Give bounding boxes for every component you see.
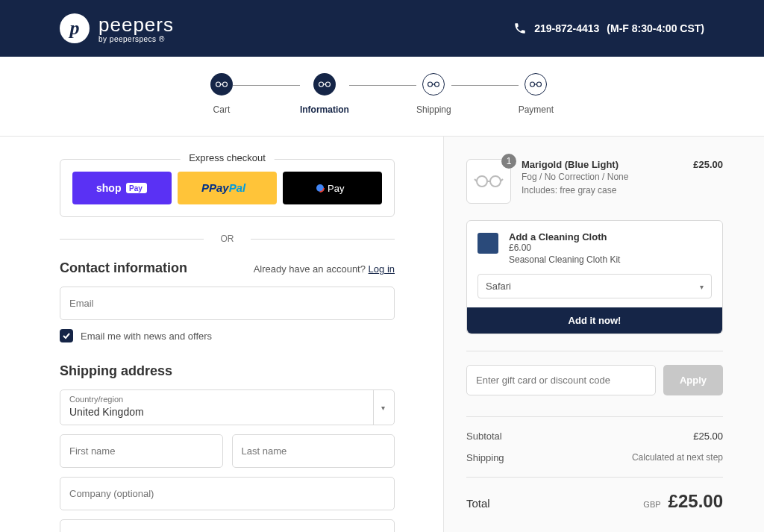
news-checkbox[interactable] [60, 329, 73, 342]
first-name-field[interactable] [60, 434, 223, 468]
svg-text:PPayPal: PPayPal [201, 181, 246, 194]
country-select[interactable]: Country/region United Kingdom ▾ [60, 389, 395, 425]
step-shipping: Shipping [416, 73, 451, 115]
svg-text:shop: shop [96, 182, 121, 194]
express-checkout: Express checkout shopPay PPayPal Pay [60, 159, 395, 217]
upsell-card: Add a Cleaning Cloth £6.00 Seasonal Clea… [466, 220, 723, 334]
step-label: Cart [213, 104, 231, 115]
company-field[interactable] [60, 477, 395, 510]
email-field[interactable] [60, 287, 395, 320]
google-pay-button[interactable]: Pay [283, 172, 382, 204]
total-row: Total GBP £25.00 [466, 491, 723, 512]
step-cart[interactable]: Cart [210, 73, 233, 115]
total-amount: £25.00 [668, 491, 723, 512]
connector [349, 85, 416, 86]
express-title: Express checkout [180, 152, 275, 163]
chevron-down-icon: ▾ [373, 390, 385, 425]
item-price: £25.00 [693, 159, 723, 170]
quantity-badge: 1 [501, 154, 516, 169]
step-label: Information [300, 104, 349, 115]
apply-button[interactable]: Apply [663, 365, 723, 395]
svg-point-1 [222, 82, 227, 87]
svg-text:Pay: Pay [328, 183, 345, 194]
cart-item: 1 Marigold (Blue Light) Fog / No Correct… [466, 159, 723, 204]
item-name: Marigold (Blue Light) [522, 159, 683, 170]
order-summary: 1 Marigold (Blue Light) Fog / No Correct… [443, 137, 764, 532]
checkout-form: Express checkout shopPay PPayPal Pay OR … [0, 137, 443, 532]
chevron-down-icon: ▾ [700, 282, 704, 290]
subtotal-row: Subtotal £25.00 [466, 431, 723, 442]
shipping-value: Calculated at next step [632, 452, 723, 463]
shipping-label: Shipping [466, 452, 504, 463]
discount-input[interactable] [466, 365, 656, 395]
last-name-field[interactable] [232, 434, 395, 468]
divider [466, 416, 723, 417]
svg-point-4 [428, 82, 433, 87]
site-header: p peepers by peeperspecs ® 219-872-4413 … [0, 0, 764, 57]
svg-point-15 [477, 176, 487, 187]
svg-point-2 [319, 82, 323, 87]
news-label: Email me with news and offers [81, 331, 212, 342]
step-payment: Payment [519, 73, 554, 115]
connector [233, 85, 300, 86]
connector [451, 85, 519, 86]
item-variant: Fog / No Correction / None [522, 170, 683, 184]
gpay-icon: Pay [314, 181, 351, 195]
shipping-row: Shipping Calculated at next step [466, 452, 723, 463]
svg-point-3 [325, 82, 330, 87]
paypal-icon: PPayPal [198, 181, 257, 195]
svg-text:Pay: Pay [129, 184, 143, 193]
add-upsell-button[interactable]: Add it now! [467, 307, 722, 334]
subtotal-value: £25.00 [693, 431, 723, 442]
phone-icon [513, 22, 527, 35]
currency-code: GBP [643, 500, 660, 509]
phone-hours: (M-F 8:30-4:00 CST) [607, 22, 704, 34]
country-value: United Kingdom [69, 406, 144, 418]
svg-point-6 [530, 82, 535, 87]
divider-or: OR [60, 234, 395, 244]
checkout-progress: Cart Information Shipping Payment [0, 57, 764, 137]
upsell-price: £6.00 [509, 242, 620, 253]
svg-point-16 [490, 176, 501, 187]
paypal-button[interactable]: PPayPal [178, 172, 277, 204]
shop-pay-icon: shopPay [96, 181, 148, 195]
upsell-title: Add a Cleaning Cloth [509, 231, 620, 242]
step-label: Shipping [416, 104, 451, 115]
svg-point-5 [435, 82, 439, 87]
divider [466, 477, 723, 478]
logo[interactable]: p peepers by peeperspecs ® [60, 13, 174, 43]
step-label: Payment [519, 104, 554, 115]
phone-number: 219-872-4413 [534, 22, 599, 34]
item-includes: Includes: free gray case [522, 184, 683, 197]
glasses-icon [318, 78, 331, 91]
login-prompt: Already have an account? Log in [254, 263, 395, 275]
total-label: Total [466, 497, 490, 510]
glasses-icon [427, 78, 440, 91]
glasses-icon [474, 174, 504, 189]
product-thumbnail: 1 [466, 159, 511, 204]
subtotal-label: Subtotal [466, 431, 502, 442]
shipping-title: Shipping address [60, 363, 395, 379]
login-link[interactable]: Log in [369, 263, 395, 275]
country-label: Country/region [69, 395, 385, 404]
phone-contact[interactable]: 219-872-4413 (M-F 8:30-4:00 CST) [513, 22, 704, 35]
divider [466, 351, 723, 351]
svg-point-0 [216, 82, 220, 87]
shop-pay-button[interactable]: shopPay [72, 172, 172, 204]
upsell-option-select[interactable]: Safari ▾ [478, 274, 712, 298]
step-information[interactable]: Information [300, 73, 349, 115]
upsell-desc: Seasonal Cleaning Cloth Kit [509, 254, 620, 265]
logo-mark: p [60, 13, 90, 43]
check-icon [62, 331, 71, 340]
address-field[interactable] [60, 519, 395, 532]
contact-title: Contact information [60, 260, 187, 276]
upsell-thumbnail [478, 233, 498, 254]
svg-point-7 [537, 82, 542, 87]
brand-name: peepers [98, 13, 174, 37]
glasses-icon [215, 78, 228, 91]
brand-tagline: by peeperspecs ® [98, 35, 174, 43]
glasses-icon [529, 78, 542, 91]
